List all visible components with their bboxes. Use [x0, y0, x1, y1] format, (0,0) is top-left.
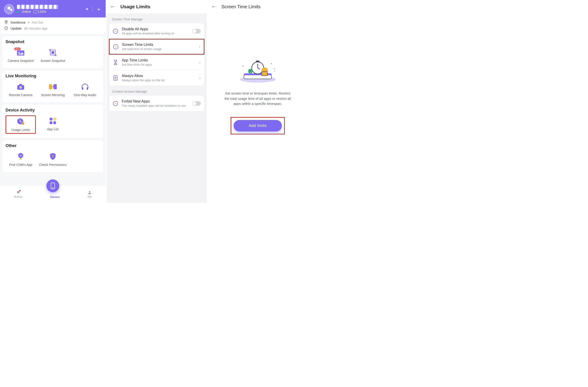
update-row[interactable]: Update 48 minutes ago: [4, 25, 102, 31]
phone-icon: [51, 183, 55, 189]
disable-all-apps-title: Disable All Apps: [122, 27, 189, 31]
svg-point-0: [6, 21, 7, 22]
section-screen-time-manage: Screen Time Manage: [106, 13, 207, 23]
nav-device[interactable]: Device: [50, 190, 60, 199]
app-list-tile[interactable]: App List: [38, 116, 68, 134]
nav-me[interactable]: Me: [87, 190, 92, 198]
svg-rect-7: [19, 84, 22, 85]
profile-summary[interactable]: Online 25%: [4, 4, 58, 14]
svg-point-16: [22, 123, 23, 124]
geofence-row[interactable]: Geofence Not Set: [4, 19, 102, 25]
svg-rect-5: [51, 51, 54, 54]
screen-time-limits-row[interactable]: Screen Time Limits Set total time of scr…: [109, 39, 204, 54]
screen-snapshot-icon: [48, 48, 57, 57]
disable-all-apps-row[interactable]: Disable All Apps All apps will be disabl…: [109, 23, 204, 39]
clock-icon: [4, 26, 8, 30]
camera-snapshot-label: Camera Snapshot: [8, 59, 34, 63]
battery-indicator: 25%: [34, 10, 46, 14]
svg-rect-35: [262, 72, 267, 76]
back-button[interactable]: ←: [110, 4, 115, 10]
chevron-down-icon[interactable]: [86, 8, 88, 10]
battery-percent: 25%: [40, 10, 46, 14]
forbidden-clock-icon: [113, 100, 119, 106]
snapshot-title: Snapshot: [5, 39, 100, 44]
live-card: Live Monitoring Remote Camera Screen Mir…: [2, 70, 103, 102]
update-value: 48 minutes ago: [24, 26, 47, 30]
svg-rect-12: [82, 87, 83, 90]
battery-icon: [34, 10, 39, 13]
forbid-new-apps-sub: The newly installed apps will be forbidd…: [122, 104, 189, 107]
forbid-new-apps-title: Forbid New Apps: [122, 99, 189, 103]
screen-mirroring-tile[interactable]: Screen Mirroring: [38, 81, 68, 98]
snapshot-card: Snapshot New Camera Snapshot Screen Snap…: [2, 36, 103, 68]
nav-notice-label: Notice: [14, 195, 22, 198]
chevron-right-icon: ›: [199, 60, 201, 65]
forbid-new-apps-row[interactable]: Forbid New Apps The newly installed apps…: [109, 96, 204, 111]
geofence-label: Geofence: [11, 20, 25, 24]
device-panel: Online 25% ＋ Geofence Not Set: [0, 0, 106, 203]
screen-time-limits-panel: ← Screen Time Limits Set screen time or …: [208, 0, 309, 203]
lightbulb-icon: [16, 152, 25, 161]
screen-time-limits-highlight: Screen Time Limits Set total time of scr…: [109, 39, 204, 55]
section-content-access-manage: Content Access Manage: [106, 86, 207, 96]
add-limits-label: Add limits: [249, 123, 267, 128]
camera-snapshot-tile[interactable]: New Camera Snapshot: [5, 47, 36, 64]
add-limits-highlight: Add limits: [231, 117, 285, 135]
always-allow-row[interactable]: Always Allow Always allow the apps on th…: [113, 70, 201, 86]
shield-icon: [48, 152, 57, 161]
remote-camera-label: Remote Camera: [9, 93, 33, 97]
notification-dot-icon: [19, 190, 21, 192]
update-label: Update: [11, 26, 21, 30]
headphones-icon: [80, 83, 90, 91]
activity-title: Device Activity: [5, 108, 100, 113]
find-childs-app-label: Find Child's App: [9, 163, 32, 167]
add-device-button[interactable]: ＋: [96, 6, 102, 12]
check-permissions-label: Check Permissions: [39, 163, 67, 167]
app-list-icon: [48, 117, 57, 125]
screen-time-limits-sub: Set total time of screen usage: [122, 47, 196, 51]
mirroring-icon: [48, 83, 57, 91]
always-allow-sub: Always allow the apps on the list: [122, 78, 196, 82]
disable-all-apps-sub: All apps will be disabled after turning …: [122, 32, 189, 35]
content-access-card: Forbid New Apps The newly installed apps…: [109, 96, 204, 111]
screen-snapshot-label: Screen Snapshot: [41, 59, 65, 63]
svg-point-36: [243, 66, 243, 67]
one-way-audio-tile[interactable]: One-Way Audio: [70, 81, 100, 98]
check-permissions-tile[interactable]: Check Permissions: [38, 151, 68, 168]
app-time-limits-sub: Set time limits for apps: [122, 63, 196, 66]
live-title: Live Monitoring: [5, 74, 100, 78]
one-way-audio-label: One-Way Audio: [74, 93, 96, 97]
disable-all-apps-toggle[interactable]: [192, 29, 201, 34]
dot-icon: [28, 21, 29, 23]
svg-point-22: [52, 155, 54, 156]
remote-camera-tile[interactable]: Remote Camera: [5, 81, 36, 98]
nav-notice[interactable]: Notice: [14, 190, 22, 198]
svg-rect-33: [256, 60, 260, 62]
svg-point-24: [89, 191, 90, 193]
forbid-new-apps-toggle[interactable]: [192, 101, 201, 106]
online-dot-icon: [17, 11, 19, 13]
nav-device-bubble: [46, 179, 59, 192]
usage-limits-icon: [16, 117, 25, 126]
avatar: [4, 4, 14, 14]
divider: [92, 7, 92, 12]
usage-limits-label: Usage Limits: [11, 128, 30, 132]
screen-time-limits-title: Screen Time Limits: [122, 43, 196, 47]
activity-card: Device Activity Usage Limits App List: [2, 105, 103, 138]
usage-limits-title: Usage Limits: [120, 4, 150, 9]
svg-rect-13: [86, 87, 88, 90]
forbidden-clock-icon: [113, 28, 119, 34]
find-childs-app-tile[interactable]: Find Child's App: [5, 151, 36, 168]
screen-snapshot-tile[interactable]: Screen Snapshot: [38, 47, 68, 64]
svg-point-9: [20, 87, 21, 88]
other-card: Other Find Child's App Check Permissions: [2, 140, 103, 172]
app-time-limits-row[interactable]: App Time Limits Set time limits for apps…: [109, 55, 204, 70]
device-header: Online 25% ＋: [0, 0, 106, 18]
chevron-right-icon: ›: [199, 75, 201, 80]
svg-rect-17: [50, 118, 52, 120]
camera-snapshot-icon: New: [16, 48, 25, 57]
chevron-right-icon: ›: [199, 44, 201, 49]
usage-limits-tile[interactable]: Usage Limits: [5, 116, 36, 134]
back-button[interactable]: ←: [211, 4, 216, 10]
add-limits-button[interactable]: Add limits: [233, 120, 282, 132]
